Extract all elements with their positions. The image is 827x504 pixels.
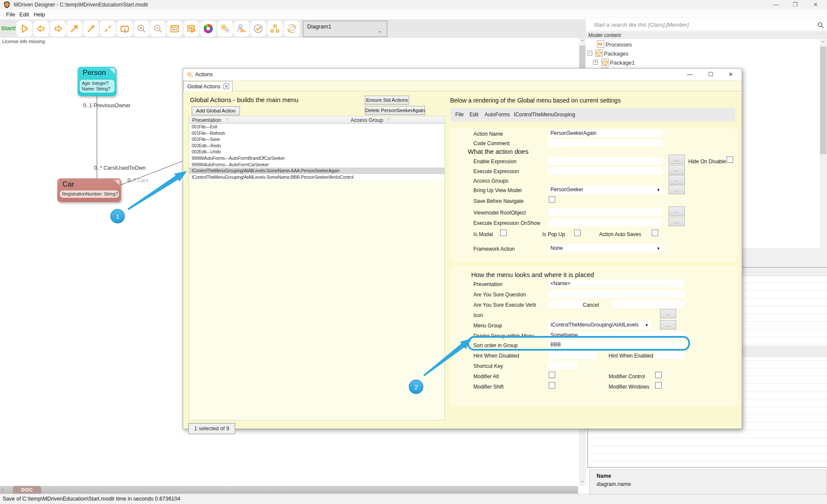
model-content-header: Model content — [586, 31, 827, 39]
class-box-car[interactable]: Car RegistrationNumber: String? — [57, 178, 121, 202]
dialog-maximize-button[interactable]: ☐ — [708, 71, 713, 78]
dropdown-framework-action[interactable]: None▼ — [549, 244, 662, 252]
checkbox-modifier-windows[interactable] — [655, 382, 662, 389]
delete-personseekeragain-button[interactable]: Delete PersonSeekerAgain — [365, 106, 425, 115]
field-cancel-verb[interactable] — [612, 301, 684, 308]
name-panel: Name diagram.name — [589, 470, 827, 495]
action-list-row[interactable]: IControlTheMenuGrouping/AtAllLevels-Some… — [189, 168, 445, 174]
action-list-row[interactable]: 99999AutoForms---AutoFormBrandOfCarSeeke… — [189, 155, 445, 162]
canvas-hscrollbar[interactable]: ‹ DOC — [0, 486, 578, 494]
collapse-icon[interactable]: − — [588, 51, 592, 56]
rendered-menu-icontrolthemenugrouping[interactable]: IControlTheMenuGrouping — [514, 112, 575, 118]
field-are-you-sure-execute-verb[interactable] — [549, 301, 588, 308]
fold-corner-icon — [109, 68, 115, 74]
label-cancel: Cancel — [583, 302, 599, 308]
doc-tab[interactable]: DOC — [13, 486, 41, 494]
enable-expression-ellipsis-button[interactable]: ... — [668, 155, 685, 164]
search-input[interactable]: Start a search like this [Class].[Member… — [589, 19, 827, 31]
window-restore-button[interactable]: ❐ — [793, 1, 798, 8]
checkbox-modifier-alt[interactable] — [549, 372, 555, 378]
class-box-person[interactable]: Person Age: Integer? Name: String? — [78, 67, 116, 96]
label-shortcut-key: Shortcut Key — [473, 363, 503, 369]
label-enable-expression: Enable Expression — [473, 159, 516, 165]
action-list-row[interactable]: 002Edit---Redo — [189, 143, 445, 149]
label-hint-when-enabled: Hint When Enabled — [609, 353, 653, 359]
action-list-row[interactable]: 001File---Save — [189, 136, 445, 143]
field-presentation[interactable]: <Name> — [549, 280, 684, 287]
label-access-groups: Access Groups — [473, 178, 508, 184]
column-presentation[interactable]: Presentation — [192, 117, 221, 123]
add-global-action-button[interactable]: Add Global Action — [192, 106, 240, 115]
field-sort-order[interactable]: BBB — [549, 341, 684, 348]
field-hint-when-enabled[interactable] — [656, 352, 684, 359]
label-modifier-alt: Modifier Alt — [473, 373, 499, 380]
dialog-tabstrip: Global Actions ✕ — [183, 81, 742, 91]
field-action-name[interactable]: PersonSeekerAgain — [549, 130, 662, 137]
field-divider-group[interactable]: SomeName — [549, 332, 684, 339]
action-list-row[interactable]: IControlTheMenuGrouping/AtAllLevels-Some… — [189, 174, 445, 180]
label-are-you-sure-execute-verb: Are You Sure Execute Verb — [473, 302, 536, 308]
fold-corner-icon — [114, 180, 120, 186]
checkbox-is-pop-up[interactable] — [574, 230, 581, 236]
field-shortcut-key[interactable] — [549, 362, 577, 369]
tab-close-icon[interactable]: ✕ — [224, 84, 229, 89]
checkbox-is-modal[interactable] — [500, 230, 507, 236]
access-groups-ellipsis-button[interactable]: ... — [668, 175, 685, 184]
field-viewmodel-rootobject[interactable] — [549, 208, 662, 216]
window-minimize-button[interactable]: — — [773, 1, 779, 8]
menu-group-ellipsis-button[interactable]: ... — [660, 320, 676, 330]
execute-expression-onshow-ellipsis-button[interactable]: ... — [668, 217, 685, 226]
dropdown-bring-up-view-model[interactable]: PersonSeeker▼ — [549, 186, 662, 194]
execute-expression-ellipsis-button[interactable]: ... — [668, 165, 685, 174]
rendered-menu-edit[interactable]: Edit — [469, 112, 479, 118]
global-actions-list[interactable]: Presentation Access Group 001File---Exit… — [189, 116, 445, 420]
column-access-group[interactable]: Access Group — [351, 117, 383, 123]
field-execute-expression[interactable] — [549, 167, 662, 174]
field-code-comment[interactable] — [549, 139, 662, 146]
dialog-close-button[interactable]: ✕ — [728, 71, 733, 78]
package-icon — [601, 59, 609, 66]
action-list-row[interactable]: 99999AutoForms---AutoFormCarSeeker — [189, 162, 445, 168]
action-list-row[interactable]: 001File---Refresh — [189, 130, 445, 137]
bring-up-view-model-ellipsis-button[interactable]: ... — [668, 185, 685, 194]
label-action-auto-saves: Action Auto Saves — [599, 231, 641, 237]
field-enable-expression[interactable] — [549, 157, 662, 165]
label-presentation: Presentation — [473, 281, 502, 287]
ensure-std-actions-button[interactable]: Ensure Std Actions — [365, 96, 409, 105]
selection-count-badge: 1 selected of 9 — [188, 423, 235, 434]
rendered-menu-file[interactable]: File — [455, 112, 463, 118]
field-execute-expression-onshow[interactable] — [549, 219, 662, 226]
list-header[interactable]: Presentation Access Group — [189, 116, 445, 124]
label-hide-on-disable: Hide On Disable — [688, 159, 726, 165]
field-are-you-sure-question[interactable] — [549, 290, 684, 298]
sidebar-vscrollbar[interactable]: ⌃ ⌄ — [820, 40, 827, 274]
checkbox-modifier-control[interactable] — [655, 372, 662, 378]
scroll-left-icon[interactable]: ‹ — [2, 487, 4, 492]
car-attributes: RegistrationNumber: String? — [60, 190, 119, 198]
viewmodel-rootobject-ellipsis-button[interactable]: ... — [668, 206, 685, 216]
heading-what-action-does: What the action does — [468, 148, 529, 155]
checkbox-save-before-navigate[interactable] — [549, 196, 555, 203]
checkbox-modifier-shift[interactable] — [549, 382, 555, 389]
checkbox-action-auto-saves[interactable] — [652, 230, 658, 236]
label-modifier-control: Modifier Control — [609, 373, 645, 380]
action-list-row[interactable]: 002Edit---Undo — [189, 149, 445, 155]
tab-global-actions[interactable]: Global Actions ✕ — [183, 81, 233, 91]
heading-how-menu-looks: How the menu looks and where it is place… — [471, 271, 594, 278]
rendered-menu-autoforms[interactable]: AutoForms — [485, 112, 510, 118]
field-hint-when-disabled[interactable] — [549, 352, 596, 359]
dialog-minimize-button[interactable]: — — [687, 71, 693, 78]
left-heading: Global Actions - builds the main menu — [190, 96, 298, 103]
label-menu-group: Menu Group — [473, 323, 502, 329]
dropdown-menu-group[interactable]: IControlTheMenuGrouping/AtAllLevels▼ — [549, 321, 651, 329]
checkbox-hide-on-disable[interactable] — [727, 156, 733, 163]
label-execute-expression-onshow: Execute Expression OnShow — [473, 220, 540, 226]
dialog-titlebar[interactable]: Actions — ☐ ✕ — [183, 68, 742, 81]
association-label-cars: 0..* Cars — [127, 177, 149, 184]
expand-icon[interactable]: + — [593, 60, 598, 65]
window-close-button[interactable]: ✕ — [813, 1, 818, 8]
label-code-comment: Code Comment — [473, 140, 510, 146]
action-list-row[interactable]: 001File---Exit — [189, 124, 445, 130]
label-action-name: Action Name — [473, 131, 503, 137]
icon-ellipsis-button[interactable]: ... — [660, 309, 676, 318]
